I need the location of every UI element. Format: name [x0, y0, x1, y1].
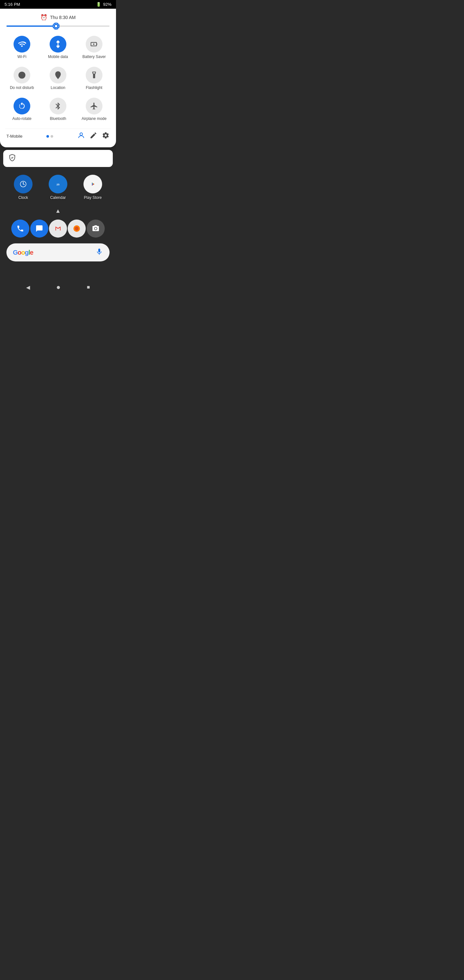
alarm-row[interactable]: ⏰ Thu 8:30 AM: [5, 14, 111, 21]
auto-rotate-icon-circle[interactable]: [14, 98, 30, 115]
mobile-data-icon: [54, 40, 62, 48]
clock-label: Clock: [18, 196, 28, 200]
airplane-icon-circle[interactable]: [86, 98, 102, 115]
flashlight-icon-circle[interactable]: [86, 67, 102, 83]
svg-line-8: [54, 28, 54, 29]
tile-mobile-data[interactable]: Mobile data: [41, 33, 75, 62]
brightness-fill: [6, 25, 56, 27]
mic-svg: [95, 248, 103, 256]
bluetooth-label: Bluetooth: [50, 116, 67, 121]
google-mic-icon[interactable]: [95, 248, 103, 257]
camera-app-icon[interactable]: [87, 220, 105, 238]
firefox-svg: [73, 225, 81, 232]
messages-app-icon[interactable]: [30, 220, 48, 238]
camera-svg: [92, 225, 100, 232]
svg-point-17: [80, 133, 83, 135]
swipe-up-area[interactable]: ▲: [3, 202, 113, 217]
calendar-app[interactable]: 25 Calendar: [49, 175, 67, 200]
tile-wifi[interactable]: Wi-Fi: [5, 33, 39, 62]
google-search-bar[interactable]: Google: [6, 243, 110, 261]
back-button[interactable]: ◀: [26, 284, 30, 290]
page-dot-1[interactable]: [46, 135, 49, 138]
qs-action-buttons: [77, 132, 110, 141]
auto-rotate-label: Auto-rotate: [12, 116, 31, 121]
page-dots: [46, 135, 53, 138]
dnd-icon: [18, 71, 26, 79]
svg-text:25: 25: [57, 183, 60, 186]
battery-icon: 🔋: [96, 2, 101, 7]
firefox-app-icon[interactable]: [68, 220, 86, 238]
gmail-app-icon[interactable]: [49, 220, 67, 238]
bluetooth-icon: [54, 102, 62, 110]
tile-flashlight[interactable]: Flashlight: [77, 64, 111, 92]
phone-svg: [16, 225, 24, 232]
brightness-row[interactable]: [5, 25, 111, 27]
auto-rotate-icon: [18, 102, 26, 110]
settings-svg: [102, 132, 110, 139]
calendar-label: Calendar: [50, 196, 66, 200]
tiles-grid: Wi-Fi Mobile data: [5, 33, 111, 124]
google-logo: Google: [13, 249, 33, 256]
dock: [5, 217, 111, 240]
clock-app[interactable]: Clock: [14, 175, 33, 200]
location-icon: [54, 71, 62, 79]
shield-svg: [8, 154, 16, 162]
mobile-data-label: Mobile data: [48, 54, 68, 59]
user-icon[interactable]: [77, 132, 85, 141]
edit-icon[interactable]: [90, 132, 97, 141]
swipe-up-arrow: ▲: [55, 208, 61, 215]
svg-point-16: [57, 73, 59, 75]
tile-do-not-disturb[interactable]: Do not disturb: [5, 64, 39, 92]
battery-saver-icon-circle[interactable]: [86, 36, 102, 52]
navigation-bar: ◀ ● ■: [0, 279, 116, 295]
status-right: 🔋 92%: [96, 2, 111, 7]
battery-level: 92%: [103, 2, 111, 7]
status-bar: 5:16 PM 🔋 92%: [0, 0, 116, 9]
brightness-sun-icon: [52, 22, 60, 30]
edit-svg: [90, 132, 97, 139]
dnd-icon-circle[interactable]: [14, 67, 30, 83]
flashlight-label: Flashlight: [86, 86, 102, 90]
gmail-svg: [54, 225, 62, 232]
digital-wellbeing-bar[interactable]: [3, 150, 113, 167]
clock-icon[interactable]: [14, 175, 33, 193]
messages-svg: [35, 225, 43, 232]
brightness-track[interactable]: [6, 25, 110, 27]
shield-icon: [8, 154, 16, 163]
svg-line-7: [58, 24, 58, 24]
location-label: Location: [51, 86, 65, 90]
alarm-time: Thu 8:30 AM: [50, 15, 75, 20]
carrier-name: T-Mobile: [6, 134, 22, 138]
home-app-row: Clock 25 Calendar: [3, 175, 113, 200]
home-button[interactable]: ●: [56, 283, 60, 291]
phone-app-icon[interactable]: [11, 220, 29, 238]
airplane-label: Airplane mode: [81, 116, 106, 121]
svg-line-6: [58, 28, 58, 29]
svg-line-5: [54, 24, 54, 24]
quick-settings-panel: ⏰ Thu 8:30 AM: [0, 9, 116, 147]
mobile-data-icon-circle[interactable]: [49, 36, 67, 52]
battery-saver-icon: [90, 40, 98, 48]
tile-auto-rotate[interactable]: Auto-rotate: [5, 95, 39, 124]
user-svg: [77, 132, 85, 139]
bluetooth-icon-circle[interactable]: [49, 98, 67, 115]
tile-location[interactable]: Location: [41, 64, 75, 92]
location-icon-circle[interactable]: [49, 67, 67, 83]
dnd-label: Do not disturb: [10, 86, 34, 90]
tile-airplane-mode[interactable]: Airplane mode: [77, 95, 111, 124]
brightness-thumb[interactable]: [52, 22, 60, 30]
page-dot-2[interactable]: [51, 135, 53, 138]
calendar-icon[interactable]: 25: [49, 175, 67, 193]
wifi-icon: [18, 40, 26, 48]
wifi-icon-circle[interactable]: [14, 36, 30, 52]
recents-button[interactable]: ■: [87, 284, 90, 290]
svg-point-0: [55, 25, 57, 27]
homescreen: Clock 25 Calendar: [0, 170, 116, 279]
playstore-icon[interactable]: [83, 175, 102, 193]
airplane-icon: [90, 102, 98, 110]
tile-bluetooth[interactable]: Bluetooth: [41, 95, 75, 124]
alarm-icon: ⏰: [40, 14, 48, 21]
play-store-app[interactable]: Play Store: [83, 175, 102, 200]
tile-battery-saver[interactable]: Battery Saver: [77, 33, 111, 62]
settings-icon[interactable]: [102, 132, 110, 141]
